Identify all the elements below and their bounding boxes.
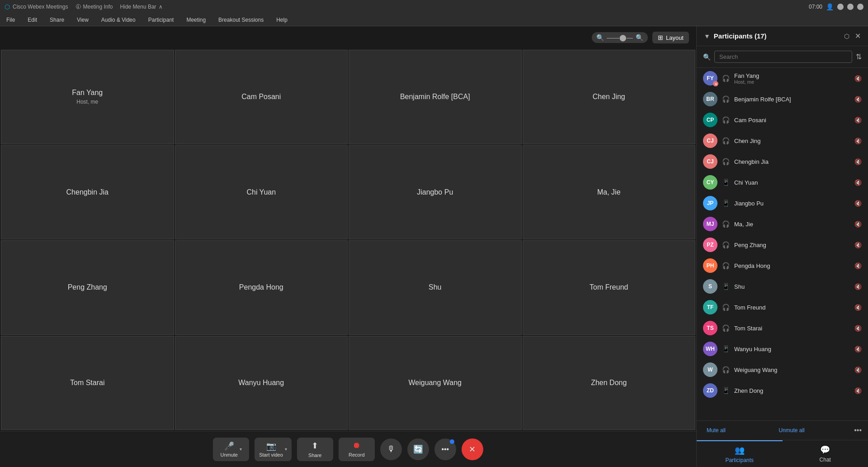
more-options-icon[interactable]: ••• — [854, 426, 862, 434]
avatar: ZD — [703, 383, 717, 398]
video-cell[interactable]: Tom Starai — [1, 336, 174, 430]
zoom-slider[interactable]: ——⬤— — [607, 34, 633, 41]
participant-item[interactable]: FY★🎧Fan YangHost, me🔇 — [697, 68, 868, 89]
video-cell[interactable]: Shu — [349, 240, 522, 335]
video-cell[interactable]: Chen Jing — [523, 50, 696, 144]
device-icon: 🎧 — [722, 75, 730, 82]
device-icon: 📱 — [722, 345, 730, 353]
video-participant-name: Chengbin Jia — [66, 188, 108, 196]
record-icon: ⏺ — [353, 441, 361, 450]
share-button[interactable]: ⬆ Share — [297, 438, 333, 461]
avatar: CJ — [703, 133, 717, 148]
participant-item[interactable]: W🎧Weiguang Wang🔇 — [697, 359, 868, 380]
device-icon: 🎧 — [722, 95, 730, 103]
unmute-button[interactable]: 🎤 Unmute ▾ — [213, 438, 249, 461]
meeting-time: 07:00 — [809, 4, 822, 10]
participant-item[interactable]: CJ🎧Chen Jing🔇 — [697, 130, 868, 151]
zoom-control[interactable]: 🔍 ——⬤— 🔍 — [592, 32, 648, 43]
close-btn[interactable] — [857, 4, 863, 10]
menu-item-meeting[interactable]: Meeting — [184, 16, 208, 24]
video-participant-name: Peng Zhang — [68, 283, 107, 291]
menu-item-share[interactable]: Share — [48, 16, 66, 24]
participant-item[interactable]: PZ🎧Peng Zhang🔇 — [697, 234, 868, 255]
avatar: WH — [703, 342, 717, 356]
video-cell[interactable]: Wanyu Huang — [175, 336, 348, 430]
menu-item-help[interactable]: Help — [274, 16, 289, 24]
participant-item[interactable]: BR🎧Benjamin Rolfe [BCA]🔇 — [697, 89, 868, 110]
participant-item[interactable]: CP🎧Cam Posani🔇 — [697, 110, 868, 130]
participant-item[interactable]: S📱Shu🔇 — [697, 276, 868, 297]
participant-mic-icon: 🔇 — [854, 75, 862, 82]
video-cell[interactable]: Peng Zhang — [1, 240, 174, 335]
start-video-button[interactable]: 📷 Start video ▾ — [255, 438, 292, 461]
participant-item[interactable]: ZD📱Zhen Dong🔇 — [697, 380, 868, 401]
menu-item-audio-and-video[interactable]: Audio & Video — [99, 16, 137, 24]
close-panel-icon[interactable]: ✕ — [855, 32, 861, 40]
participant-item[interactable]: JP📱Jiangbo Pu🔇 — [697, 193, 868, 214]
video-participant-name: Tom Freund — [590, 283, 628, 291]
title-bar-brand: ⬡ Cisco Webex Meetings — [5, 3, 68, 10]
mic-icon: 🎤 — [224, 441, 234, 451]
minimize-btn[interactable] — [837, 4, 844, 10]
participant-item[interactable]: MJ🎧Ma, Jie🔇 — [697, 214, 868, 234]
video-dropdown-arrow[interactable]: ▾ — [285, 447, 287, 452]
hide-menu-bar-btn[interactable]: Hide Menu Bar ∧ — [120, 4, 163, 10]
bottom-toolbar: 🎤 Unmute ▾ 📷 Start video ▾ ⬆ Share ⏺ — [0, 431, 696, 467]
participant-item[interactable]: CJ🎧Chengbin Jia🔇 — [697, 151, 868, 172]
video-participant-role: Host, me — [76, 99, 98, 105]
video-cell[interactable]: Zhen Dong — [523, 336, 696, 430]
device-icon: 🎧 — [722, 116, 730, 124]
menu-bar: FileEditShareViewAudio & VideoParticipan… — [0, 14, 868, 26]
menu-item-file[interactable]: File — [5, 16, 17, 24]
participant-item[interactable]: TS🎧Tom Starai🔇 — [697, 318, 868, 338]
participant-name: Fan Yang — [734, 72, 850, 79]
share-label: Share — [308, 453, 321, 458]
avatar: PZ — [703, 238, 717, 252]
popout-icon[interactable]: ⬡ — [844, 33, 849, 40]
video-cell[interactable]: Ma, Jie — [523, 145, 696, 240]
device-icon: 📱 — [722, 283, 730, 290]
chat-tab[interactable]: 💬 Chat — [783, 440, 868, 467]
device-icon: 🎧 — [722, 158, 730, 165]
video-cell[interactable]: Tom Freund — [523, 240, 696, 335]
unmute-all-button[interactable]: Unmute all — [775, 425, 808, 435]
video-cell[interactable]: Chi Yuan — [175, 145, 348, 240]
layout-button[interactable]: ⊞ Layout — [652, 32, 689, 43]
end-call-button[interactable]: ✕ — [462, 438, 483, 460]
menu-item-breakout-sessions[interactable]: Breakout Sessions — [217, 16, 265, 24]
search-input[interactable] — [714, 51, 852, 63]
video-cell[interactable]: Chengbin Jia — [1, 145, 174, 240]
menu-item-edit[interactable]: Edit — [26, 16, 39, 24]
menu-item-participant[interactable]: Participant — [146, 16, 176, 24]
video-cell[interactable]: Weiguang Wang — [349, 336, 522, 430]
participant-info: Jiangbo Pu — [734, 200, 850, 207]
video-cell[interactable]: Pengda Hong — [175, 240, 348, 335]
zoom-search-icon: 🔍 — [596, 34, 604, 41]
participant-item[interactable]: TF🎧Tom Freund🔇 — [697, 297, 868, 318]
video-cell[interactable]: Benjamin Rolfe [BCA] — [349, 50, 522, 144]
menu-item-view[interactable]: View — [75, 16, 90, 24]
participants-tab[interactable]: 👥 Participants — [697, 440, 783, 467]
reactions-icon: 🎙 — [387, 444, 395, 454]
maximize-btn[interactable] — [847, 4, 854, 10]
reactions-button[interactable]: 🎙 — [380, 438, 402, 460]
participant-item[interactable]: WH📱Wanyu Huang🔇 — [697, 338, 868, 359]
participant-item[interactable]: CY📱Chi Yuan🔇 — [697, 172, 868, 193]
avatar: JP — [703, 196, 717, 210]
record-button[interactable]: ⏺ Record — [339, 438, 375, 461]
panel-header: ▼ Participants (17) ⬡ ✕ — [697, 26, 868, 46]
video-cell[interactable]: Jiangbo Pu — [349, 145, 522, 240]
sort-icon[interactable]: ⇅ — [856, 52, 862, 61]
unmute-dropdown-arrow[interactable]: ▾ — [240, 447, 242, 452]
device-icon: 🎧 — [722, 137, 730, 144]
mute-all-button[interactable]: Mute all — [703, 425, 729, 435]
device-icon: 🎧 — [722, 304, 730, 311]
video-cell[interactable]: Cam Posani — [175, 50, 348, 144]
collapse-icon[interactable]: ▼ — [704, 33, 710, 40]
zoom-fit-icon: 🔍 — [636, 34, 643, 41]
participant-item[interactable]: PH🎧Pengda Hong🔇 — [697, 255, 868, 276]
participant-mic-icon: 🔇 — [854, 138, 862, 144]
video-cell[interactable]: Fan YangHost, me — [1, 50, 174, 144]
sync-button[interactable]: 🔄 — [407, 438, 429, 460]
meeting-info-btn[interactable]: 🛈 Meeting Info — [75, 4, 113, 10]
